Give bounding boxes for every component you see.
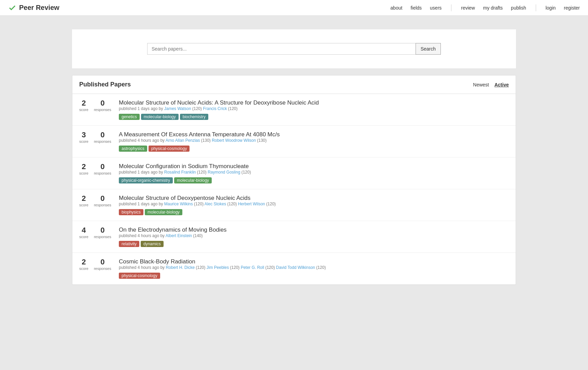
author-link[interactable]: Alec Stokes xyxy=(205,202,226,206)
paper-content: Cosmic Black-Body Radiationpublished 4 h… xyxy=(119,258,509,279)
paper-meta: published 1 days ago by Maurice Wilkins … xyxy=(119,202,509,206)
tag: physical-cosmology xyxy=(119,273,160,279)
nav-my-drafts[interactable]: my drafts xyxy=(483,5,503,11)
response-label: responses xyxy=(94,235,111,239)
paper-row: 2score0responsesMolecular Structure of N… xyxy=(72,94,516,126)
author-link[interactable]: Robert Woodrow Wilson xyxy=(212,138,256,143)
nav-fields[interactable]: fields xyxy=(410,5,422,11)
paper-content: Molecular Structure of Deoxypentose Nucl… xyxy=(119,195,509,215)
paper-scores: 2score0responses xyxy=(79,195,113,207)
paper-tags: physical-organic-chemistrymolecular-biol… xyxy=(119,177,509,183)
tag: biophysics xyxy=(119,209,143,215)
search-section: Search xyxy=(72,29,516,68)
nav-register[interactable]: register xyxy=(564,5,580,11)
nav-review[interactable]: review xyxy=(461,5,475,11)
paper-meta: published 4 hours ago by Arno Allan Penz… xyxy=(119,138,509,143)
response-block: 0responses xyxy=(94,163,111,175)
paper-title[interactable]: Molecular Structure of Nucleic Acids: A … xyxy=(119,99,319,106)
score-label: score xyxy=(79,235,88,239)
author-link[interactable]: Raymond Gosling xyxy=(208,170,240,175)
response-label: responses xyxy=(94,171,111,175)
brand-icon xyxy=(8,4,16,12)
score-number: 3 xyxy=(82,131,86,139)
tag: astrophysics xyxy=(119,146,147,152)
search-form: Search xyxy=(147,43,441,55)
paper-meta: published 4 hours ago by Robert H. Dicke… xyxy=(119,265,509,270)
author-link[interactable]: James Watson xyxy=(164,106,191,111)
nav-users[interactable]: users xyxy=(430,5,442,11)
paper-title[interactable]: Molecular Configuration in Sodium Thymon… xyxy=(119,163,249,169)
score-block: 2score xyxy=(79,258,88,271)
nav-divider xyxy=(451,4,451,11)
papers-title: Published Papers xyxy=(79,81,131,88)
paper-tags: astrophysicsphysical-cosmology xyxy=(119,146,509,152)
paper-row: 4score0responsesOn the Electrodynamics o… xyxy=(72,221,516,253)
response-label: responses xyxy=(94,266,111,271)
tag: dynamics xyxy=(141,241,164,247)
sort-active[interactable]: Active xyxy=(494,82,509,87)
papers-header: Published Papers Newest Active xyxy=(72,76,516,94)
author-link[interactable]: Peter G. Roll xyxy=(241,265,264,270)
paper-title[interactable]: A Measurement Of Excess Antenna Temperat… xyxy=(119,131,280,138)
response-number: 0 xyxy=(100,99,104,107)
brand-link[interactable]: Peer Review xyxy=(8,4,59,12)
nav-links: about fields users review my drafts publ… xyxy=(390,4,580,11)
tag: physical-organic-chemistry xyxy=(119,177,173,183)
response-block: 0responses xyxy=(94,258,111,271)
papers-sort: Newest Active xyxy=(473,82,509,87)
paper-tags: physical-cosmology xyxy=(119,273,509,279)
nav-publish[interactable]: publish xyxy=(511,5,526,11)
author-link[interactable]: David Todd Wilkinson xyxy=(276,265,315,270)
author-link[interactable]: Albert Einstein xyxy=(166,233,192,238)
navbar: Peer Review about fields users review my… xyxy=(0,0,588,16)
response-number: 0 xyxy=(100,131,104,139)
tag: molecular-biology xyxy=(174,177,212,183)
score-number: 2 xyxy=(82,195,86,202)
nav-about[interactable]: about xyxy=(390,5,402,11)
response-label: responses xyxy=(94,108,111,112)
sort-newest[interactable]: Newest xyxy=(473,82,489,87)
score-block: 2score xyxy=(79,99,88,112)
author-link[interactable]: Jim Peebles xyxy=(207,265,229,270)
score-label: score xyxy=(79,266,88,271)
brand-name: Peer Review xyxy=(19,4,59,12)
paper-content: Molecular Structure of Nucleic Acids: A … xyxy=(119,99,509,120)
response-label: responses xyxy=(94,139,111,143)
paper-scores: 2score0responses xyxy=(79,99,113,112)
paper-scores: 3score0responses xyxy=(79,131,113,143)
paper-row: 2score0responsesCosmic Black-Body Radiat… xyxy=(72,253,516,285)
paper-row: 3score0responsesA Measurement Of Excess … xyxy=(72,126,516,157)
paper-title[interactable]: Cosmic Black-Body Radiation xyxy=(119,258,195,265)
author-link[interactable]: Francis Crick xyxy=(203,106,227,111)
author-link[interactable]: Arno Allan Penzias xyxy=(166,138,200,143)
score-label: score xyxy=(79,171,88,175)
score-number: 2 xyxy=(82,163,86,170)
response-number: 0 xyxy=(100,163,104,170)
search-button[interactable]: Search xyxy=(416,43,441,55)
score-block: 2score xyxy=(79,195,88,207)
paper-scores: 4score0responses xyxy=(79,227,113,239)
paper-title[interactable]: Molecular Structure of Deoxypentose Nucl… xyxy=(119,195,251,201)
paper-content: On the Electrodynamics of Moving Bodiesp… xyxy=(119,227,509,247)
response-block: 0responses xyxy=(94,195,111,207)
author-link[interactable]: Rosalind Franklin xyxy=(164,170,196,175)
author-link[interactable]: Maurice Wilkins xyxy=(164,202,193,206)
score-block: 3score xyxy=(79,131,88,143)
paper-scores: 2score0responses xyxy=(79,258,113,271)
tag: physical-cosmology xyxy=(149,146,190,152)
score-block: 4score xyxy=(79,227,88,239)
paper-content: A Measurement Of Excess Antenna Temperat… xyxy=(119,131,509,152)
score-label: score xyxy=(79,203,88,207)
search-input[interactable] xyxy=(147,43,416,55)
paper-title[interactable]: On the Electrodynamics of Moving Bodies xyxy=(119,227,227,233)
score-number: 2 xyxy=(82,258,86,266)
score-label: score xyxy=(79,108,88,112)
paper-scores: 2score0responses xyxy=(79,163,113,175)
paper-row: 2score0responsesMolecular Structure of D… xyxy=(72,189,516,221)
response-label: responses xyxy=(94,203,111,207)
tag: biochemistry xyxy=(180,114,208,120)
nav-login[interactable]: login xyxy=(546,5,556,11)
author-link[interactable]: Robert H. Dicke xyxy=(166,265,195,270)
tag: molecular-biology xyxy=(145,209,182,215)
author-link[interactable]: Herbert Wilson xyxy=(238,202,265,206)
